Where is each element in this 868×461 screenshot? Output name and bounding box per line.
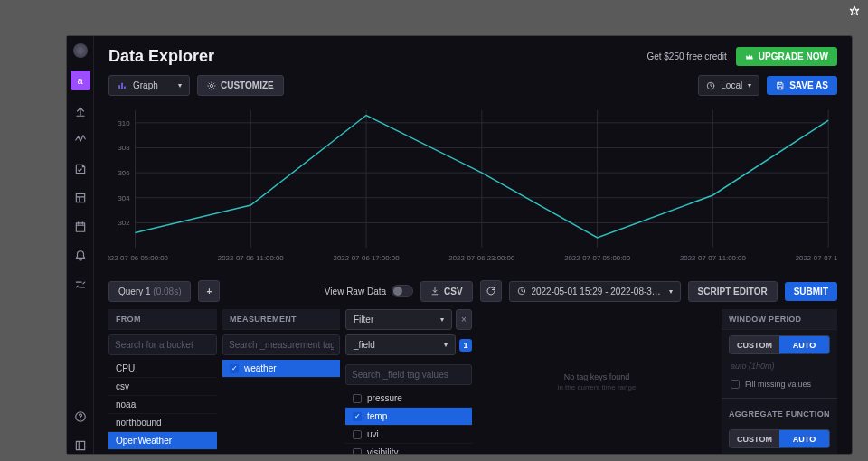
window-auto-button[interactable]: AUTO [779, 336, 829, 353]
save-as-button[interactable]: SAVE AS [767, 76, 837, 95]
svg-text:2022-07-06 23:00:00: 2022-07-06 23:00:00 [448, 254, 515, 262]
checkbox-icon [230, 364, 239, 373]
app-window: a Data Explorer Get $250 free credit UPG… [67, 36, 852, 454]
filter-mode-dropdown[interactable]: Filter ▾ [345, 309, 452, 330]
window-panel: WINDOW PERIOD CUSTOM AUTO auto (1h0m) Fi… [722, 309, 837, 454]
page-title: Data Explorer [108, 47, 214, 66]
checkbox-icon [353, 448, 362, 455]
settings-icon[interactable] [72, 277, 89, 293]
fill-missing-row[interactable]: Fill missing values [722, 376, 837, 392]
main-content: Data Explorer Get $250 free credit UPGRA… [94, 36, 852, 454]
builder-panels: FROM CPUcsvnoaanorthboundOpenWeathertest… [94, 309, 852, 454]
filter-count-badge: 1 [459, 339, 472, 352]
svg-text:306: 306 [118, 169, 130, 177]
list-item-label: csv [116, 381, 129, 391]
viz-toolbar: Graph ▾ CUSTOMIZE Local ▾ SAVE AS [94, 75, 852, 103]
list-item[interactable]: CPU [108, 360, 217, 378]
list-item[interactable]: noaa [108, 396, 217, 414]
aggregate-mode-segment[interactable]: CUSTOM AUTO [729, 429, 830, 448]
list-item[interactable]: temp [345, 408, 472, 426]
viz-type-dropdown[interactable]: Graph ▾ [108, 75, 190, 96]
svg-text:2022-07-06 05:00:00: 2022-07-06 05:00:00 [108, 254, 169, 262]
list-item-label: CPU [116, 363, 135, 373]
checkbox-icon [353, 430, 362, 439]
svg-text:2022-07-06 17:00:00: 2022-07-06 17:00:00 [334, 254, 401, 262]
list-item-label: northbound [116, 418, 162, 428]
upload-icon[interactable] [72, 103, 89, 119]
tags-panel: No tag keys found in the current time ra… [477, 309, 716, 454]
chart[interactable]: 302304306308310 2022-07-06 05:00:002022-… [108, 103, 837, 269]
panel-header-measurement: MEASUREMENT [222, 309, 340, 330]
notebook-icon[interactable] [72, 161, 89, 177]
svg-text:2022-07-06 11:00:00: 2022-07-06 11:00:00 [218, 254, 285, 262]
submit-button[interactable]: SUBMIT [785, 282, 837, 301]
list-item[interactable]: northbound [108, 414, 217, 432]
list-item[interactable]: weather [222, 360, 340, 378]
window-custom-button[interactable]: CUSTOM [730, 336, 779, 353]
csv-button[interactable]: CSV [420, 281, 473, 302]
pin-icon[interactable] [848, 5, 861, 21]
measurement-search-input[interactable] [222, 334, 340, 355]
credit-text[interactable]: Get $250 free credit [646, 52, 726, 61]
window-hint: auto (1h0m) [722, 360, 837, 376]
query-tab[interactable]: Query 1 (0.08s) [108, 281, 191, 302]
add-query-button[interactable]: + [198, 280, 220, 302]
gear-icon [207, 81, 216, 90]
list-item[interactable]: pressure [345, 390, 472, 408]
nav-rail: a [67, 36, 94, 454]
checkbox-icon [353, 394, 362, 403]
window-mode-segment[interactable]: CUSTOM AUTO [729, 335, 830, 354]
chevron-down-icon: ▾ [444, 341, 448, 349]
svg-text:308: 308 [118, 144, 130, 152]
collapse-icon[interactable] [72, 437, 89, 454]
field-key-dropdown[interactable]: _field ▾ [345, 334, 456, 355]
dashboard-icon[interactable] [72, 190, 89, 206]
filter-search-input[interactable] [345, 364, 472, 385]
save-icon [776, 81, 785, 90]
checkbox-icon [731, 380, 740, 389]
clock-icon [517, 287, 526, 296]
svg-text:310: 310 [118, 119, 130, 127]
alerts-icon[interactable] [72, 248, 89, 264]
explore-icon[interactable] [72, 132, 89, 148]
query-bar: Query 1 (0.08s) + View Raw Data CSV 2022… [94, 277, 852, 309]
measurement-panel: MEASUREMENT weather [222, 309, 340, 454]
filter-panel: Filter ▾ × _field ▾ 1 pressuretempuvivis… [345, 309, 472, 454]
tasks-icon[interactable] [72, 219, 89, 235]
list-item[interactable]: uvi [345, 426, 472, 444]
checkbox-icon [353, 412, 362, 421]
list-item[interactable]: csv [108, 378, 217, 396]
panel-header-from: FROM [108, 309, 217, 330]
svg-text:2022-07-07 05:00:00: 2022-07-07 05:00:00 [564, 254, 631, 262]
script-editor-button[interactable]: SCRIPT EDITOR [688, 281, 778, 302]
chevron-down-icon: ▾ [440, 315, 444, 324]
list-item-label: pressure [367, 393, 402, 403]
bar-chart-icon [117, 81, 127, 90]
refresh-button[interactable] [480, 280, 502, 302]
from-panel: FROM CPUcsvnoaanorthboundOpenWeathertest… [108, 309, 217, 454]
aggregate-custom-button[interactable]: CUSTOM [730, 430, 779, 447]
list-item-label: uvi [367, 429, 379, 439]
list-item[interactable]: test [108, 450, 217, 454]
list-item[interactable]: visibility [345, 444, 472, 454]
upgrade-button[interactable]: UPGRADE NOW [736, 47, 837, 66]
clock-icon [706, 81, 715, 90]
help-icon[interactable] [72, 409, 89, 425]
from-search-input[interactable] [108, 334, 217, 355]
svg-text:302: 302 [118, 219, 129, 227]
list-item-label: temp [367, 411, 387, 421]
refresh-icon [486, 286, 496, 296]
chevron-down-icon: ▾ [669, 287, 673, 296]
svg-text:2022-07-07 17:00:00: 2022-07-07 17:00:00 [796, 254, 837, 262]
list-item-label: weather [244, 363, 277, 373]
logo-icon [73, 43, 88, 58]
svg-text:2022-07-07 11:00:00: 2022-07-07 11:00:00 [680, 254, 747, 262]
aggregate-auto-button[interactable]: AUTO [779, 430, 829, 447]
timezone-dropdown[interactable]: Local ▾ [698, 75, 760, 96]
customize-button[interactable]: CUSTOMIZE [197, 75, 284, 96]
nav-item-a[interactable]: a [71, 71, 90, 90]
remove-filter-button[interactable]: × [456, 309, 472, 330]
list-item[interactable]: OpenWeather [108, 432, 217, 450]
time-range-dropdown[interactable]: 2022-05-01 15:29 - 2022-08-31… ▾ [509, 281, 681, 302]
raw-data-toggle[interactable] [392, 285, 413, 297]
